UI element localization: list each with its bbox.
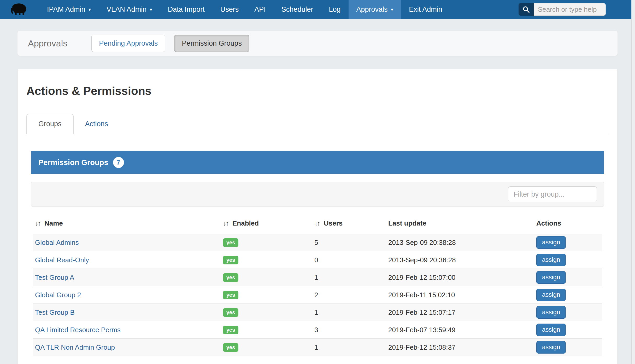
last-update: 2019-Feb-12 15:07:00 bbox=[388, 274, 455, 281]
panel-heading-title: Permission Groups bbox=[38, 158, 108, 167]
nav-item-label: Approvals bbox=[356, 5, 388, 14]
column-header-actions: Actions bbox=[534, 216, 602, 234]
global-search bbox=[519, 3, 606, 16]
assign-button[interactable]: assign bbox=[536, 236, 566, 249]
users-count: 0 bbox=[314, 256, 318, 264]
column-label: Name bbox=[44, 219, 63, 227]
filter-by-group-input[interactable] bbox=[508, 186, 597, 202]
table-row: QA TLR Non Admin Group yes 1 2019-Feb-12… bbox=[33, 339, 602, 356]
column-label: Users bbox=[324, 219, 343, 227]
group-name-link[interactable]: Global Read-Only bbox=[35, 256, 89, 264]
table-toolbar bbox=[31, 182, 604, 207]
permission-groups-table: ↓↑Name ↓↑Enabled ↓↑Users Last update Act… bbox=[33, 216, 602, 356]
nav-item-label: Data Import bbox=[168, 5, 205, 14]
column-label: Enabled bbox=[232, 219, 259, 227]
column-label: Last update bbox=[388, 219, 426, 227]
users-count: 5 bbox=[314, 239, 318, 246]
caret-down-icon: ▾ bbox=[391, 7, 393, 12]
enabled-badge: yes bbox=[223, 273, 238, 282]
table-header-row: ↓↑Name ↓↑Enabled ↓↑Users Last update Act… bbox=[33, 216, 602, 234]
group-name-link[interactable]: Test Group A bbox=[35, 274, 74, 281]
top-navbar: IPAM Admin ▾ VLAN Admin ▾ Data Import Us… bbox=[0, 0, 635, 19]
app-logo bbox=[0, 0, 39, 19]
users-count: 1 bbox=[314, 308, 318, 316]
mammoth-logo-icon bbox=[10, 1, 29, 18]
table-row: Test Group B yes 1 2019-Feb-12 15:07:17 … bbox=[33, 304, 602, 321]
column-label: Actions bbox=[536, 219, 561, 227]
sort-icon[interactable]: ↓↑ bbox=[35, 219, 40, 227]
last-update: 2013-Sep-09 20:38:28 bbox=[388, 239, 456, 246]
group-name-link[interactable]: Global Admins bbox=[35, 239, 79, 246]
table-row: Global Read-Only yes 0 2013-Sep-09 20:38… bbox=[33, 251, 602, 269]
permission-groups-heading: Permission Groups 7 bbox=[31, 151, 604, 174]
column-header-users[interactable]: ↓↑Users bbox=[312, 216, 386, 234]
tab-bar: Groups Actions bbox=[26, 114, 609, 134]
enabled-badge: yes bbox=[223, 256, 238, 264]
assign-button[interactable]: assign bbox=[536, 306, 566, 319]
permission-groups-section: Permission Groups 7 ↓↑Name ↓↑Enabled bbox=[31, 151, 604, 356]
column-header-enabled[interactable]: ↓↑Enabled bbox=[221, 216, 312, 234]
sort-icon[interactable]: ↓↑ bbox=[223, 219, 228, 227]
users-count: 3 bbox=[314, 326, 318, 334]
vertical-scrollbar[interactable] bbox=[631, 0, 635, 364]
nav-item-label: IPAM Admin bbox=[47, 5, 85, 14]
caret-down-icon: ▾ bbox=[89, 7, 91, 12]
group-name-link[interactable]: Global Group 2 bbox=[35, 291, 81, 299]
assign-button[interactable]: assign bbox=[536, 254, 566, 266]
column-header-last-update: Last update bbox=[386, 216, 534, 234]
table-row: Test Group A yes 1 2019-Feb-12 15:07:00 … bbox=[33, 269, 602, 286]
search-icon[interactable] bbox=[519, 3, 534, 16]
nav-item-exit-admin[interactable]: Exit Admin bbox=[401, 0, 450, 19]
search-input[interactable] bbox=[534, 3, 606, 16]
nav-item-label: Exit Admin bbox=[409, 5, 442, 14]
last-update: 2013-Sep-09 20:38:28 bbox=[388, 256, 456, 264]
enabled-badge: yes bbox=[223, 291, 238, 299]
last-update: 2019-Feb-07 13:59:49 bbox=[388, 326, 455, 334]
users-count: 1 bbox=[314, 274, 318, 281]
last-update: 2019-Feb-12 15:07:17 bbox=[388, 308, 455, 316]
caret-down-icon: ▾ bbox=[150, 7, 152, 12]
approvals-page-title: Approvals bbox=[28, 38, 67, 48]
table-row: QA Limited Resource Perms yes 3 2019-Feb… bbox=[33, 321, 602, 339]
approvals-header-panel: Approvals Pending Approvals Permission G… bbox=[17, 31, 618, 56]
assign-button[interactable]: assign bbox=[536, 324, 566, 336]
nav-menu: IPAM Admin ▾ VLAN Admin ▾ Data Import Us… bbox=[39, 0, 450, 19]
enabled-badge: yes bbox=[223, 343, 238, 352]
table-row: Global Group 2 yes 2 2019-Feb-11 15:02:1… bbox=[33, 286, 602, 304]
enabled-badge: yes bbox=[223, 308, 238, 317]
sort-icon[interactable]: ↓↑ bbox=[314, 219, 320, 227]
nav-item-label: VLAN Admin bbox=[107, 5, 146, 14]
assign-button[interactable]: assign bbox=[536, 289, 566, 301]
permission-groups-button[interactable]: Permission Groups bbox=[174, 35, 249, 52]
nav-item-label: Log bbox=[329, 5, 340, 14]
tab-groups[interactable]: Groups bbox=[26, 114, 74, 134]
group-name-link[interactable]: QA TLR Non Admin Group bbox=[35, 343, 115, 351]
enabled-badge: yes bbox=[223, 238, 238, 247]
nav-item-api[interactable]: API bbox=[246, 0, 274, 19]
nav-item-scheduler[interactable]: Scheduler bbox=[274, 0, 321, 19]
group-count-badge: 7 bbox=[113, 157, 124, 168]
column-header-name[interactable]: ↓↑Name bbox=[33, 216, 221, 234]
assign-button[interactable]: assign bbox=[536, 341, 566, 354]
group-name-link[interactable]: Test Group B bbox=[35, 308, 75, 316]
users-count: 2 bbox=[314, 291, 318, 299]
nav-item-label: Scheduler bbox=[281, 5, 313, 14]
group-name-link[interactable]: QA Limited Resource Perms bbox=[35, 326, 121, 334]
last-update: 2019-Feb-12 15:08:37 bbox=[388, 343, 455, 351]
nav-item-users[interactable]: Users bbox=[213, 0, 247, 19]
nav-item-approvals[interactable]: Approvals ▾ bbox=[349, 0, 401, 19]
actions-permissions-panel: Actions & Permissions Groups Actions Per… bbox=[17, 69, 618, 364]
page-title: Actions & Permissions bbox=[26, 84, 609, 98]
nav-item-vlan-admin[interactable]: VLAN Admin ▾ bbox=[99, 0, 160, 19]
enabled-badge: yes bbox=[223, 326, 238, 334]
tab-actions[interactable]: Actions bbox=[74, 114, 120, 134]
nav-item-label: Users bbox=[220, 5, 239, 14]
nav-item-data-import[interactable]: Data Import bbox=[160, 0, 213, 19]
nav-item-label: API bbox=[254, 5, 266, 14]
nav-item-log[interactable]: Log bbox=[321, 0, 348, 19]
assign-button[interactable]: assign bbox=[536, 271, 566, 284]
table-row: Global Admins yes 5 2013-Sep-09 20:38:28… bbox=[33, 234, 602, 251]
nav-item-ipam-admin[interactable]: IPAM Admin ▾ bbox=[39, 0, 99, 19]
pending-approvals-button[interactable]: Pending Approvals bbox=[91, 35, 165, 52]
last-update: 2019-Feb-11 15:02:10 bbox=[388, 291, 455, 299]
